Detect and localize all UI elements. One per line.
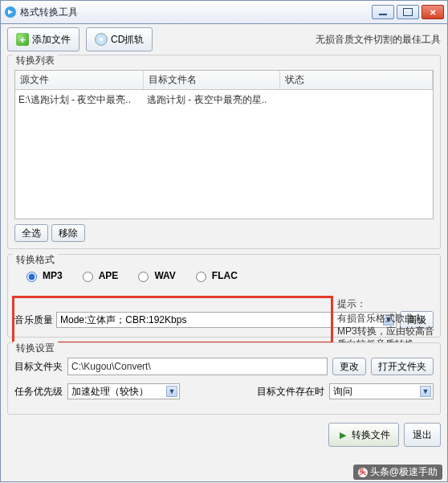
exists-label: 目标文件存在时 (257, 385, 324, 399)
cd-grab-label: CD抓轨 (111, 33, 144, 47)
col-status[interactable]: 状态 (280, 71, 433, 89)
add-file-button[interactable]: 添加文件 (7, 27, 79, 51)
radio-mp3[interactable]: MP3 (22, 269, 63, 282)
col-source[interactable]: 源文件 (15, 71, 144, 89)
change-button[interactable]: 更改 (332, 358, 366, 375)
format-group-title: 转换格式 (13, 253, 58, 267)
chevron-down-icon: ▼ (420, 386, 431, 397)
quality-value: Mode:立体声；CBR:192Kbps (60, 313, 186, 327)
app-icon (4, 6, 17, 18)
cd-icon (95, 33, 108, 46)
exit-button[interactable]: 退出 (404, 423, 441, 447)
priority-value: 加速处理（较快） (71, 385, 149, 399)
radio-flac[interactable]: FLAC (192, 269, 238, 282)
exists-combo[interactable]: 询问 ▼ (329, 383, 434, 399)
convert-list-group: 转换列表 源文件 目标文件名 状态 E:\逃跑计划 - 夜空中最亮.. 逃跑计划… (7, 55, 441, 249)
priority-combo[interactable]: 加速处理（较快） ▼ (67, 383, 180, 399)
convert-button[interactable]: 转换文件 (328, 423, 399, 447)
plus-icon (16, 33, 29, 46)
target-folder-input[interactable]: C:\Kugou\Convert\ (67, 358, 328, 375)
select-all-button[interactable]: 全选 (14, 224, 48, 242)
cd-grab-button[interactable]: CD抓轨 (86, 27, 153, 51)
maximize-button[interactable] (397, 5, 419, 19)
minimize-button[interactable] (372, 5, 394, 19)
watermark: 头 头条@极速手助 (353, 465, 442, 480)
quality-label: 音乐质量 (14, 313, 53, 327)
open-folder-button[interactable]: 打开文件夹 (371, 358, 434, 375)
file-table: 源文件 目标文件名 状态 E:\逃跑计划 - 夜空中最亮.. 逃跑计划 - 夜空… (14, 70, 434, 219)
add-file-label: 添加文件 (32, 33, 71, 47)
convert-list-title: 转换列表 (13, 54, 58, 68)
cell-status (283, 93, 430, 107)
target-folder-label: 目标文件夹 (14, 360, 63, 374)
play-icon (337, 429, 348, 440)
remove-button[interactable]: 移除 (51, 224, 85, 242)
settings-group: 转换设置 目标文件夹 C:\Kugou\Convert\ 更改 打开文件夹 任务… (7, 342, 441, 415)
hint-title: 提示： (337, 297, 438, 310)
radio-wav[interactable]: WAV (134, 269, 175, 282)
exists-value: 询问 (333, 385, 352, 399)
watermark-icon: 头 (358, 468, 368, 477)
cell-target: 逃跑计划 - 夜空中最亮的星.. (147, 93, 283, 107)
radio-ape[interactable]: APE (79, 269, 119, 282)
titlebar: 格式转换工具 (0, 0, 448, 24)
window-title: 格式转换工具 (20, 6, 372, 19)
watermark-text: 头条@极速手助 (370, 465, 438, 479)
close-button[interactable] (422, 5, 444, 19)
lossless-note: 无损音质文件切割的最佳工具 (316, 33, 441, 47)
settings-group-title: 转换设置 (13, 342, 58, 355)
priority-label: 任务优先级 (14, 385, 63, 399)
chevron-down-icon: ▼ (166, 386, 177, 397)
table-row[interactable]: E:\逃跑计划 - 夜空中最亮.. 逃跑计划 - 夜空中最亮的星.. (18, 93, 430, 107)
cell-source: E:\逃跑计划 - 夜空中最亮.. (18, 93, 147, 107)
col-target[interactable]: 目标文件名 (144, 71, 280, 89)
